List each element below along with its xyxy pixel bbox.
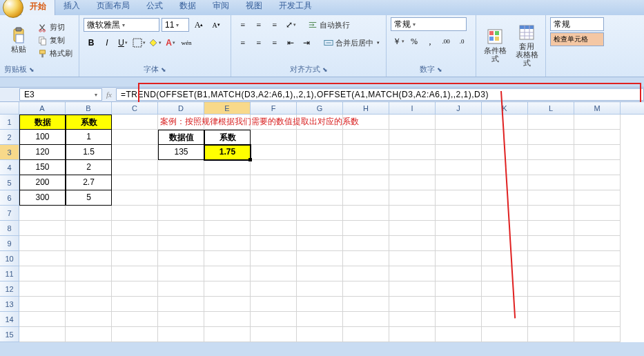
- cell-K1[interactable]: [482, 115, 528, 130]
- cell-J13[interactable]: [436, 297, 482, 312]
- row-header-5[interactable]: 5: [0, 175, 19, 190]
- col-header-I[interactable]: I: [389, 102, 436, 114]
- cell-G10[interactable]: [297, 251, 343, 266]
- cell-J9[interactable]: [436, 236, 482, 251]
- cell-I13[interactable]: [389, 297, 436, 312]
- cell-M2[interactable]: [574, 130, 621, 145]
- cell-I4[interactable]: [389, 160, 436, 175]
- col-header-L[interactable]: L: [528, 102, 574, 114]
- cell-A4[interactable]: 150: [19, 160, 66, 175]
- cell-M4[interactable]: [574, 160, 621, 175]
- cell-B1[interactable]: 系数: [66, 115, 112, 130]
- tab-3[interactable]: 公式: [138, 0, 171, 15]
- row-header-12[interactable]: 12: [0, 281, 19, 297]
- cell-A2[interactable]: 100: [19, 130, 66, 145]
- fx-icon[interactable]: fx: [106, 90, 112, 99]
- cell-K10[interactable]: [482, 251, 528, 266]
- cell-J6[interactable]: [436, 190, 482, 206]
- copy-button[interactable]: 复制: [36, 34, 75, 46]
- cell-C2[interactable]: [112, 130, 158, 145]
- tab-0[interactable]: 开始: [21, 0, 55, 15]
- cell-E8[interactable]: [204, 221, 251, 236]
- col-header-M[interactable]: M: [574, 102, 621, 114]
- conditional-format-button[interactable]: 条件格式: [480, 17, 509, 74]
- cell-A3[interactable]: 120: [19, 145, 66, 160]
- row-header-8[interactable]: 8: [0, 221, 19, 236]
- cell-M7[interactable]: [574, 206, 621, 221]
- cell-K8[interactable]: [482, 221, 528, 236]
- cell-J11[interactable]: [436, 266, 482, 281]
- cell-D6[interactable]: [158, 190, 204, 206]
- cell-D15[interactable]: [158, 327, 204, 342]
- cell-G13[interactable]: [297, 297, 343, 312]
- cell-G7[interactable]: [297, 206, 343, 221]
- cell-F2[interactable]: [251, 130, 297, 145]
- cell-G11[interactable]: [297, 266, 343, 281]
- cell-M15[interactable]: [574, 327, 621, 342]
- cell-K15[interactable]: [482, 327, 528, 342]
- cell-A8[interactable]: [19, 221, 66, 236]
- cell-I8[interactable]: [389, 221, 436, 236]
- cell-F11[interactable]: [251, 266, 297, 281]
- cell-A14[interactable]: [19, 312, 66, 327]
- border-button[interactable]: [131, 35, 146, 50]
- cell-J7[interactable]: [436, 206, 482, 221]
- cell-J4[interactable]: [436, 160, 482, 175]
- align-expand-icon[interactable]: ⬊: [322, 66, 328, 73]
- cell-D5[interactable]: [158, 175, 204, 190]
- cell-L2[interactable]: [528, 130, 574, 145]
- cell-E4[interactable]: [204, 160, 251, 175]
- cell-F12[interactable]: [251, 281, 297, 297]
- cell-F7[interactable]: [251, 206, 297, 221]
- col-header-F[interactable]: F: [251, 102, 297, 114]
- cell-D11[interactable]: [158, 266, 204, 281]
- cell-I2[interactable]: [389, 130, 436, 145]
- col-header-A[interactable]: A: [19, 102, 66, 114]
- cell-L3[interactable]: [528, 145, 574, 160]
- cell-A6[interactable]: 300: [19, 190, 66, 206]
- font-size-combo[interactable]: 11▾: [162, 18, 189, 32]
- cell-E15[interactable]: [204, 327, 251, 342]
- tab-7[interactable]: 开发工具: [271, 0, 320, 15]
- cell-G3[interactable]: [297, 145, 343, 160]
- row-header-14[interactable]: 14: [0, 312, 19, 327]
- cell-J3[interactable]: [436, 145, 482, 160]
- tab-1[interactable]: 插入: [55, 0, 88, 15]
- cell-I7[interactable]: [389, 206, 436, 221]
- col-header-D[interactable]: D: [158, 102, 204, 114]
- tab-4[interactable]: 数据: [171, 0, 204, 15]
- cell-H8[interactable]: [343, 221, 389, 236]
- bold-button[interactable]: B: [84, 35, 99, 50]
- cell-I12[interactable]: [389, 281, 436, 297]
- cell-C6[interactable]: [112, 190, 158, 206]
- cell-C14[interactable]: [112, 312, 158, 327]
- cell-K11[interactable]: [482, 266, 528, 281]
- cell-H9[interactable]: [343, 236, 389, 251]
- cell-D2[interactable]: 数据值: [158, 130, 204, 145]
- cell-E11[interactable]: [204, 266, 251, 281]
- cell-F15[interactable]: [251, 327, 297, 342]
- cell-E14[interactable]: [204, 312, 251, 327]
- dec-decimal-button[interactable]: .0: [454, 34, 469, 49]
- orientation-button[interactable]: ⤢: [283, 17, 298, 32]
- cell-B2[interactable]: 1: [66, 130, 112, 145]
- formula-input[interactable]: =TREND(OFFSET(B1,MATCH(D3,A2:A6,1),,2,1)…: [116, 88, 644, 101]
- indent-dec-button[interactable]: ⇤: [283, 35, 298, 50]
- cell-E12[interactable]: [204, 281, 251, 297]
- cell-style-check[interactable]: 检查单元格: [550, 32, 604, 46]
- cell-K5[interactable]: [482, 175, 528, 190]
- cell-J12[interactable]: [436, 281, 482, 297]
- col-header-K[interactable]: K: [482, 102, 528, 114]
- cell-I10[interactable]: [389, 251, 436, 266]
- cell-F9[interactable]: [251, 236, 297, 251]
- cell-F14[interactable]: [251, 312, 297, 327]
- cell-C15[interactable]: [112, 327, 158, 342]
- cell-L8[interactable]: [528, 221, 574, 236]
- cell-G8[interactable]: [297, 221, 343, 236]
- name-box[interactable]: E3▾: [19, 88, 102, 101]
- cell-A10[interactable]: [19, 251, 66, 266]
- cell-I11[interactable]: [389, 266, 436, 281]
- accounting-button[interactable]: ￥: [391, 34, 406, 49]
- cell-A15[interactable]: [19, 327, 66, 342]
- cell-E7[interactable]: [204, 206, 251, 221]
